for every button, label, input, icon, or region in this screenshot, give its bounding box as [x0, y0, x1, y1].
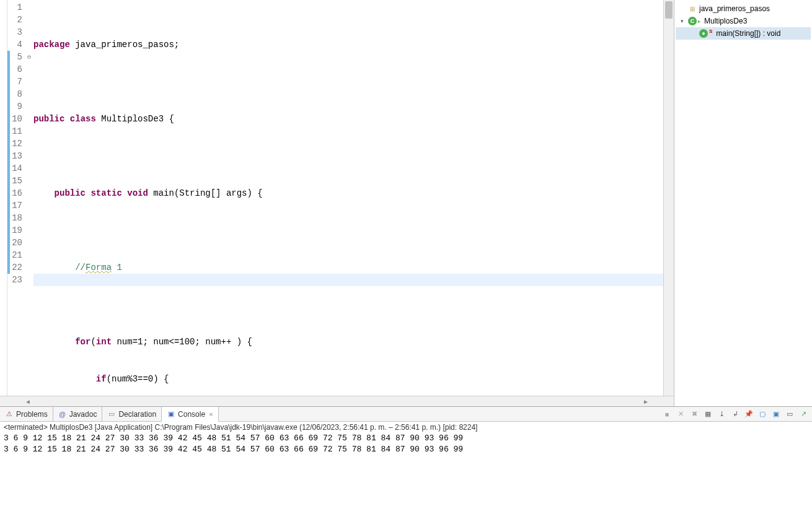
tab-javadoc-label: Javadoc — [69, 410, 97, 419]
code-editor[interactable]: 1234 5678 9101112 13141516 17181920 2122… — [0, 0, 674, 396]
class-icon: C — [688, 17, 697, 25]
main-area: 1234 5678 9101112 13141516 17181920 2122… — [0, 0, 812, 406]
tab-problems-label: Problems — [16, 410, 48, 419]
console-icon: ▣ — [167, 410, 175, 419]
console-output[interactable]: 3 6 9 12 15 18 21 24 27 30 33 36 39 42 4… — [0, 432, 812, 514]
current-line-highlight — [33, 274, 663, 286]
scroll-left-icon[interactable]: ◄ — [25, 398, 31, 405]
terminate-icon[interactable]: ■ — [662, 409, 672, 419]
bottom-panel: ⚠ Problems @ Javadoc ▭ Declaration ▣ Con… — [0, 406, 812, 514]
outline-class-label: MultiplosDe3 — [704, 17, 747, 25]
tab-declaration-label: Declaration — [118, 410, 156, 419]
outline-view[interactable]: ⊞ java_primeros_pasos ▾ C▸ MultiplosDe3 … — [674, 0, 812, 406]
package-icon: ⊞ — [688, 4, 697, 13]
outline-package-row[interactable]: ⊞ java_primeros_pasos — [676, 2, 811, 15]
tab-declaration[interactable]: ▭ Declaration — [102, 407, 162, 421]
console-status: <terminated> MultiplosDe3 [Java Applicat… — [0, 422, 812, 432]
word-wrap-icon[interactable]: ↲ — [730, 409, 740, 419]
console-toolbar: ■ ✕ ✖ ▦ ⤓ ↲ 📌 ▢ ▣ ▭ ↗ — [662, 407, 812, 421]
runnable-icon: ▸ — [698, 19, 700, 24]
fold-column: ⊖ — [25, 0, 33, 396]
maximize-icon[interactable]: ↗ — [798, 409, 808, 419]
tab-console-label: Console — [178, 410, 205, 419]
bottom-tabs: ⚠ Problems @ Javadoc ▭ Declaration ▣ Con… — [0, 407, 812, 422]
minimize-icon[interactable]: ▭ — [785, 409, 795, 419]
outline-class-row[interactable]: ▾ C▸ MultiplosDe3 — [676, 15, 811, 27]
problems-icon: ⚠ — [5, 410, 14, 419]
console-line: 3 6 9 12 15 18 21 24 27 30 33 36 39 42 4… — [4, 433, 808, 444]
pin-console-icon[interactable]: 📌 — [744, 409, 754, 419]
scroll-right-icon[interactable]: ► — [643, 398, 649, 405]
remove-launch-icon[interactable]: ✕ — [676, 409, 686, 419]
outline-method-row[interactable]: ●S main(String[]) : void — [676, 27, 811, 40]
vertical-scrollbar[interactable] — [663, 0, 674, 396]
declaration-icon: ▭ — [107, 410, 116, 419]
outline-package-label: java_primeros_pasos — [699, 4, 770, 13]
method-icon: ● — [699, 29, 708, 38]
editor-wrapper: 1234 5678 9101112 13141516 17181920 2122… — [0, 0, 674, 406]
clear-console-icon[interactable]: ▦ — [703, 409, 713, 419]
close-icon[interactable]: × — [209, 411, 213, 418]
display-selected-icon[interactable]: ▢ — [757, 409, 767, 419]
change-indicator — [7, 51, 10, 274]
tab-problems[interactable]: ⚠ Problems — [0, 407, 53, 421]
scrollbar-thumb[interactable] — [665, 1, 673, 19]
line-number-gutter: 1234 5678 9101112 13141516 17181920 2122… — [7, 0, 25, 396]
javadoc-icon: @ — [58, 410, 67, 419]
fold-toggle-icon[interactable]: ⊖ — [25, 51, 33, 63]
horizontal-scrollbar[interactable]: ◄ ► — [0, 396, 674, 406]
remove-all-icon[interactable]: ✖ — [689, 409, 699, 419]
static-badge-icon: S — [709, 28, 712, 34]
tab-javadoc[interactable]: @ Javadoc — [53, 407, 103, 421]
editor-ruler — [0, 0, 7, 396]
open-console-icon[interactable]: ▣ — [771, 409, 781, 419]
tab-console[interactable]: ▣ Console × — [162, 407, 218, 422]
expand-toggle-icon[interactable]: ▾ — [678, 18, 686, 24]
code-area[interactable]: package java_primeros_pasos; public clas… — [33, 0, 663, 396]
console-line: 3 6 9 12 15 18 21 24 27 30 33 36 39 42 4… — [4, 444, 808, 455]
scroll-lock-icon[interactable]: ⤓ — [717, 409, 726, 419]
outline-method-label: main(String[]) : void — [716, 29, 780, 38]
